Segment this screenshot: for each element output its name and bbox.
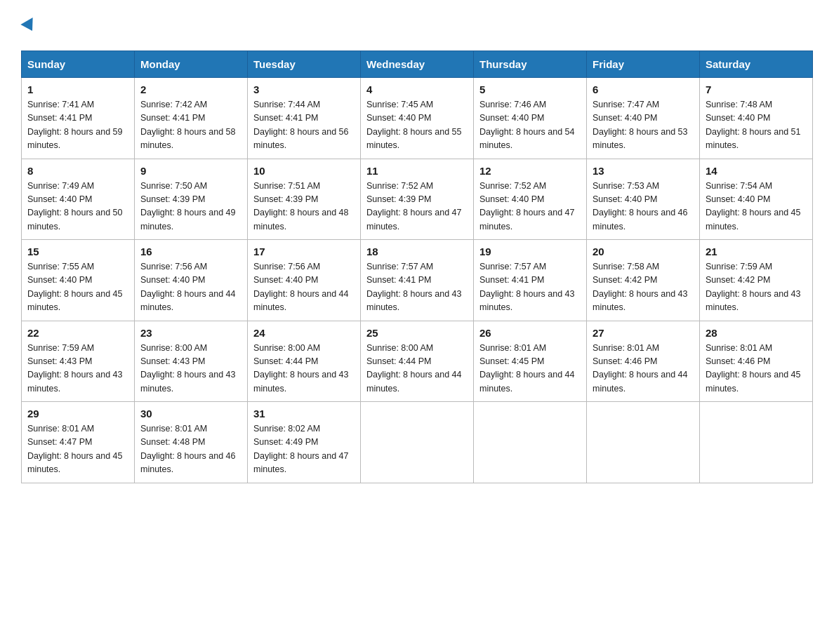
day-info: Sunrise: 8:02 AMSunset: 4:49 PMDaylight:… bbox=[253, 422, 355, 477]
day-cell-14: 14Sunrise: 7:54 AMSunset: 4:40 PMDayligh… bbox=[700, 159, 813, 240]
logo-triangle-icon bbox=[20, 18, 38, 34]
day-cell-18: 18Sunrise: 7:57 AMSunset: 4:41 PMDayligh… bbox=[361, 240, 474, 321]
week-row-1: 1Sunrise: 7:41 AMSunset: 4:41 PMDaylight… bbox=[22, 78, 813, 159]
day-info: Sunrise: 8:01 AMSunset: 4:45 PMDaylight:… bbox=[479, 342, 581, 396]
day-cell-29: 29Sunrise: 8:01 AMSunset: 4:47 PMDayligh… bbox=[22, 402, 135, 483]
day-number: 9 bbox=[140, 165, 241, 177]
day-header-saturday: Saturday bbox=[700, 51, 813, 78]
day-number: 22 bbox=[27, 327, 128, 339]
day-info: Sunrise: 7:55 AMSunset: 4:40 PMDaylight:… bbox=[27, 260, 128, 315]
day-number: 27 bbox=[593, 327, 694, 339]
day-header-thursday: Thursday bbox=[474, 51, 587, 78]
day-number: 20 bbox=[593, 246, 694, 257]
day-cell-30: 30Sunrise: 8:01 AMSunset: 4:48 PMDayligh… bbox=[135, 402, 248, 483]
day-number: 16 bbox=[140, 246, 241, 257]
day-header-wednesday: Wednesday bbox=[361, 51, 474, 78]
day-number: 6 bbox=[593, 83, 694, 95]
day-info: Sunrise: 7:59 AMSunset: 4:43 PMDaylight:… bbox=[27, 342, 128, 396]
day-number: 14 bbox=[706, 165, 807, 177]
day-cell-27: 27Sunrise: 8:01 AMSunset: 4:46 PMDayligh… bbox=[587, 321, 700, 402]
day-info: Sunrise: 7:54 AMSunset: 4:40 PMDaylight:… bbox=[706, 180, 807, 234]
day-cell-6: 6Sunrise: 7:47 AMSunset: 4:40 PMDaylight… bbox=[587, 78, 700, 159]
day-info: Sunrise: 7:56 AMSunset: 4:40 PMDaylight:… bbox=[253, 260, 355, 315]
empty-cell bbox=[361, 402, 474, 483]
day-cell-4: 4Sunrise: 7:45 AMSunset: 4:40 PMDaylight… bbox=[361, 78, 474, 159]
day-number: 24 bbox=[253, 327, 355, 339]
day-info: Sunrise: 7:57 AMSunset: 4:41 PMDaylight:… bbox=[479, 260, 581, 315]
day-cell-10: 10Sunrise: 7:51 AMSunset: 4:39 PMDayligh… bbox=[248, 159, 361, 240]
day-cell-8: 8Sunrise: 7:49 AMSunset: 4:40 PMDaylight… bbox=[22, 159, 135, 240]
day-number: 31 bbox=[253, 408, 355, 420]
day-number: 25 bbox=[366, 327, 468, 339]
day-info: Sunrise: 7:42 AMSunset: 4:41 PMDaylight:… bbox=[140, 98, 241, 153]
calendar-header-row: SundayMondayTuesdayWednesdayThursdayFrid… bbox=[22, 51, 813, 78]
week-row-2: 8Sunrise: 7:49 AMSunset: 4:40 PMDaylight… bbox=[22, 159, 813, 240]
empty-cell bbox=[587, 402, 700, 483]
day-cell-26: 26Sunrise: 8:01 AMSunset: 4:45 PMDayligh… bbox=[474, 321, 587, 402]
day-cell-9: 9Sunrise: 7:50 AMSunset: 4:39 PMDaylight… bbox=[135, 159, 248, 240]
day-info: Sunrise: 7:59 AMSunset: 4:42 PMDaylight:… bbox=[706, 260, 807, 315]
day-number: 15 bbox=[27, 246, 128, 257]
day-number: 1 bbox=[27, 83, 128, 95]
day-header-friday: Friday bbox=[587, 51, 700, 78]
day-cell-17: 17Sunrise: 7:56 AMSunset: 4:40 PMDayligh… bbox=[248, 240, 361, 321]
day-number: 29 bbox=[27, 408, 128, 420]
day-info: Sunrise: 8:01 AMSunset: 4:46 PMDaylight:… bbox=[706, 342, 807, 396]
day-cell-20: 20Sunrise: 7:58 AMSunset: 4:42 PMDayligh… bbox=[587, 240, 700, 321]
day-cell-21: 21Sunrise: 7:59 AMSunset: 4:42 PMDayligh… bbox=[700, 240, 813, 321]
day-header-monday: Monday bbox=[135, 51, 248, 78]
day-info: Sunrise: 7:56 AMSunset: 4:40 PMDaylight:… bbox=[140, 260, 241, 315]
day-header-tuesday: Tuesday bbox=[248, 51, 361, 78]
day-number: 5 bbox=[479, 83, 581, 95]
day-info: Sunrise: 7:47 AMSunset: 4:40 PMDaylight:… bbox=[593, 98, 694, 153]
day-cell-19: 19Sunrise: 7:57 AMSunset: 4:41 PMDayligh… bbox=[474, 240, 587, 321]
day-number: 23 bbox=[140, 327, 241, 339]
day-cell-25: 25Sunrise: 8:00 AMSunset: 4:44 PMDayligh… bbox=[361, 321, 474, 402]
day-number: 26 bbox=[479, 327, 581, 339]
day-info: Sunrise: 8:01 AMSunset: 4:46 PMDaylight:… bbox=[593, 342, 694, 396]
day-number: 21 bbox=[706, 246, 807, 257]
empty-cell bbox=[474, 402, 587, 483]
day-cell-3: 3Sunrise: 7:44 AMSunset: 4:41 PMDaylight… bbox=[248, 78, 361, 159]
day-number: 3 bbox=[253, 83, 355, 95]
day-info: Sunrise: 7:57 AMSunset: 4:41 PMDaylight:… bbox=[366, 260, 468, 315]
day-number: 7 bbox=[706, 83, 807, 95]
day-info: Sunrise: 8:00 AMSunset: 4:44 PMDaylight:… bbox=[366, 342, 468, 396]
day-number: 18 bbox=[366, 246, 468, 257]
day-number: 12 bbox=[479, 165, 581, 177]
day-info: Sunrise: 7:53 AMSunset: 4:40 PMDaylight:… bbox=[593, 180, 694, 234]
day-cell-11: 11Sunrise: 7:52 AMSunset: 4:39 PMDayligh… bbox=[361, 159, 474, 240]
day-cell-28: 28Sunrise: 8:01 AMSunset: 4:46 PMDayligh… bbox=[700, 321, 813, 402]
day-info: Sunrise: 8:00 AMSunset: 4:44 PMDaylight:… bbox=[253, 342, 355, 396]
day-number: 10 bbox=[253, 165, 355, 177]
day-number: 13 bbox=[593, 165, 694, 177]
week-row-3: 15Sunrise: 7:55 AMSunset: 4:40 PMDayligh… bbox=[22, 240, 813, 321]
day-info: Sunrise: 7:41 AMSunset: 4:41 PMDaylight:… bbox=[27, 98, 128, 153]
day-number: 19 bbox=[479, 246, 581, 257]
day-cell-23: 23Sunrise: 8:00 AMSunset: 4:43 PMDayligh… bbox=[135, 321, 248, 402]
day-cell-12: 12Sunrise: 7:52 AMSunset: 4:40 PMDayligh… bbox=[474, 159, 587, 240]
week-row-5: 29Sunrise: 8:01 AMSunset: 4:47 PMDayligh… bbox=[22, 402, 813, 483]
logo bbox=[21, 14, 37, 36]
day-cell-24: 24Sunrise: 8:00 AMSunset: 4:44 PMDayligh… bbox=[248, 321, 361, 402]
day-info: Sunrise: 7:52 AMSunset: 4:39 PMDaylight:… bbox=[366, 180, 468, 234]
day-number: 28 bbox=[706, 327, 807, 339]
day-number: 2 bbox=[140, 83, 241, 95]
day-info: Sunrise: 7:58 AMSunset: 4:42 PMDaylight:… bbox=[593, 260, 694, 315]
day-info: Sunrise: 8:01 AMSunset: 4:47 PMDaylight:… bbox=[27, 422, 128, 477]
day-info: Sunrise: 7:50 AMSunset: 4:39 PMDaylight:… bbox=[140, 180, 241, 234]
day-info: Sunrise: 7:46 AMSunset: 4:40 PMDaylight:… bbox=[479, 98, 581, 153]
day-cell-16: 16Sunrise: 7:56 AMSunset: 4:40 PMDayligh… bbox=[135, 240, 248, 321]
day-cell-1: 1Sunrise: 7:41 AMSunset: 4:41 PMDaylight… bbox=[22, 78, 135, 159]
day-cell-5: 5Sunrise: 7:46 AMSunset: 4:40 PMDaylight… bbox=[474, 78, 587, 159]
day-info: Sunrise: 8:00 AMSunset: 4:43 PMDaylight:… bbox=[140, 342, 241, 396]
day-cell-31: 31Sunrise: 8:02 AMSunset: 4:49 PMDayligh… bbox=[248, 402, 361, 483]
day-cell-15: 15Sunrise: 7:55 AMSunset: 4:40 PMDayligh… bbox=[22, 240, 135, 321]
day-header-sunday: Sunday bbox=[22, 51, 135, 78]
day-number: 17 bbox=[253, 246, 355, 257]
calendar-table: SundayMondayTuesdayWednesdayThursdayFrid… bbox=[21, 51, 813, 483]
day-number: 4 bbox=[366, 83, 468, 95]
day-number: 30 bbox=[140, 408, 241, 420]
day-info: Sunrise: 7:52 AMSunset: 4:40 PMDaylight:… bbox=[479, 180, 581, 234]
page-header bbox=[21, 14, 813, 36]
